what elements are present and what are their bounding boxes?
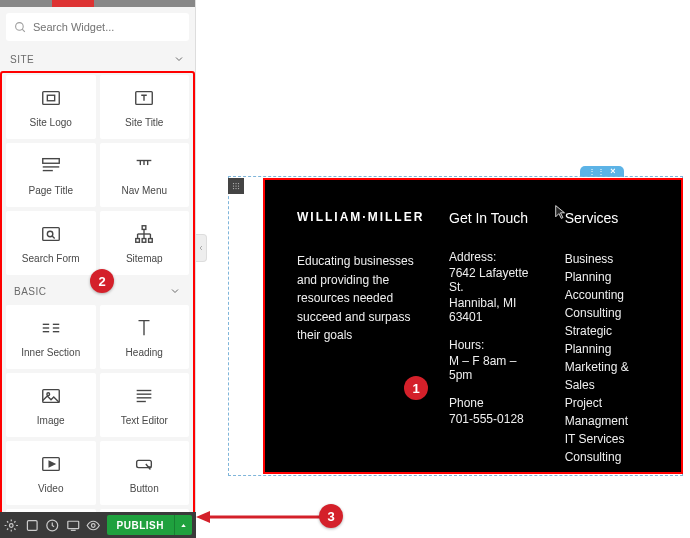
image-icon	[40, 385, 62, 407]
section-site-header[interactable]: SITE	[0, 47, 195, 71]
title-frame-icon	[133, 87, 155, 109]
columns-icon	[40, 317, 62, 339]
svg-rect-44	[67, 521, 78, 528]
section-site-label: SITE	[10, 54, 34, 65]
widget-inner-section[interactable]: Inner Section	[6, 305, 96, 369]
page-title-icon	[40, 155, 62, 177]
widget-search-form[interactable]: Search Form	[6, 211, 96, 275]
widget-nav-menu[interactable]: Nav Menu	[100, 143, 190, 207]
widget-image[interactable]: Image	[6, 373, 96, 437]
brand-tagline: Educating businesses and providing the r…	[297, 252, 423, 345]
svg-point-56	[238, 188, 239, 189]
widget-label: Page Title	[29, 185, 73, 196]
edit-section-handle[interactable]	[228, 178, 244, 194]
address-line2: Hannibal, MI 63401	[449, 296, 539, 324]
widget-sitemap[interactable]: Sitemap	[100, 211, 190, 275]
widget-button[interactable]: Button	[100, 441, 190, 505]
widget-label: Video	[38, 483, 63, 494]
widget-label: Search Form	[22, 253, 80, 264]
svg-point-49	[235, 183, 236, 184]
publish-caret[interactable]	[174, 515, 192, 535]
svg-point-46	[92, 523, 96, 527]
history-icon[interactable]	[45, 518, 60, 533]
settings-icon[interactable]	[4, 518, 19, 533]
service-item: Strategic Planning	[565, 322, 661, 358]
publish-label: PUBLISH	[107, 520, 174, 531]
svg-rect-2	[43, 91, 60, 104]
svg-rect-5	[43, 158, 60, 163]
contact-heading: Get In Touch	[449, 210, 539, 226]
widget-video[interactable]: Video	[6, 441, 96, 505]
svg-rect-42	[27, 520, 37, 530]
footer-preview[interactable]: WILLIAM·MILLER Educating businesses and …	[263, 178, 683, 474]
search-widget-field[interactable]	[6, 13, 189, 41]
svg-rect-3	[47, 95, 54, 101]
service-item: Consulting	[565, 448, 661, 466]
search-icon	[14, 21, 27, 34]
widget-label: Button	[130, 483, 159, 494]
section-basic-label: BASIC	[14, 286, 47, 297]
widget-page-title[interactable]: Page Title	[6, 143, 96, 207]
footer-col-brand: WILLIAM·MILLER Educating businesses and …	[297, 210, 423, 466]
svg-point-52	[235, 185, 236, 186]
drag-dots-icon: ⋮⋮	[588, 168, 606, 176]
nav-menu-icon	[133, 155, 155, 177]
svg-line-14	[52, 235, 55, 238]
sitemap-icon	[133, 223, 155, 245]
services-list: Business Planning Accounting Consulting …	[565, 250, 661, 466]
hours-label: Hours:	[449, 338, 539, 352]
address-label: Address:	[449, 250, 539, 264]
annotation-marker-3: 3	[319, 504, 343, 528]
widget-label: Image	[37, 415, 65, 426]
service-item: Marketing & Sales	[565, 358, 661, 394]
text-editor-icon	[133, 385, 155, 407]
heading-icon	[133, 317, 155, 339]
widgets-grid-outlined: Site Logo Site Title Page Title Nav Menu…	[0, 71, 195, 538]
svg-point-54	[233, 188, 234, 189]
widget-site-title[interactable]: Site Title	[100, 75, 190, 139]
widget-site-logo[interactable]: Site Logo	[6, 75, 96, 139]
widget-heading[interactable]: Heading	[100, 305, 190, 369]
widget-text-editor[interactable]: Text Editor	[100, 373, 190, 437]
widget-label: Sitemap	[126, 253, 163, 264]
svg-marker-37	[49, 461, 55, 467]
svg-marker-58	[196, 511, 210, 523]
annotation-marker-1: 1	[404, 376, 428, 400]
navigator-icon[interactable]	[25, 518, 40, 533]
button-icon	[133, 453, 155, 475]
service-item: Consulting	[565, 304, 661, 322]
svg-point-50	[238, 183, 239, 184]
svg-rect-18	[149, 238, 153, 242]
svg-point-41	[9, 523, 13, 527]
service-item: IT Services	[565, 430, 661, 448]
responsive-icon[interactable]	[66, 518, 81, 533]
address-line1: 7642 Lafayette St.	[449, 266, 539, 294]
widget-label: Nav Menu	[121, 185, 167, 196]
annotation-arrow	[196, 510, 326, 524]
footer-col-contact: Get In Touch Address: 7642 Lafayette St.…	[449, 210, 539, 466]
search-input[interactable]	[33, 21, 181, 33]
svg-line-1	[22, 29, 25, 32]
svg-marker-47	[181, 524, 186, 527]
svg-rect-17	[142, 238, 146, 242]
chevron-left-icon	[197, 244, 205, 252]
service-item: Project Managment	[565, 394, 661, 430]
svg-rect-16	[136, 238, 140, 242]
video-icon	[40, 453, 62, 475]
brand-name: WILLIAM·MILLER	[297, 210, 423, 224]
caret-up-icon	[179, 521, 188, 530]
svg-point-53	[238, 185, 239, 186]
phone-value: 701-555-0128	[449, 412, 539, 426]
grid-dots-icon	[231, 181, 241, 191]
footer-col-services: Services Business Planning Accounting Co…	[565, 210, 661, 466]
panel-collapse-handle[interactable]	[196, 234, 207, 262]
hours-value: M – F 8am – 5pm	[449, 354, 539, 382]
svg-point-55	[235, 188, 236, 189]
preview-icon[interactable]	[86, 518, 101, 533]
search-form-icon	[40, 223, 62, 245]
svg-rect-12	[43, 227, 60, 240]
service-item: Accounting	[565, 286, 661, 304]
widget-label: Site Logo	[30, 117, 72, 128]
close-icon[interactable]: ×	[610, 167, 615, 176]
publish-button[interactable]: PUBLISH	[107, 515, 192, 535]
